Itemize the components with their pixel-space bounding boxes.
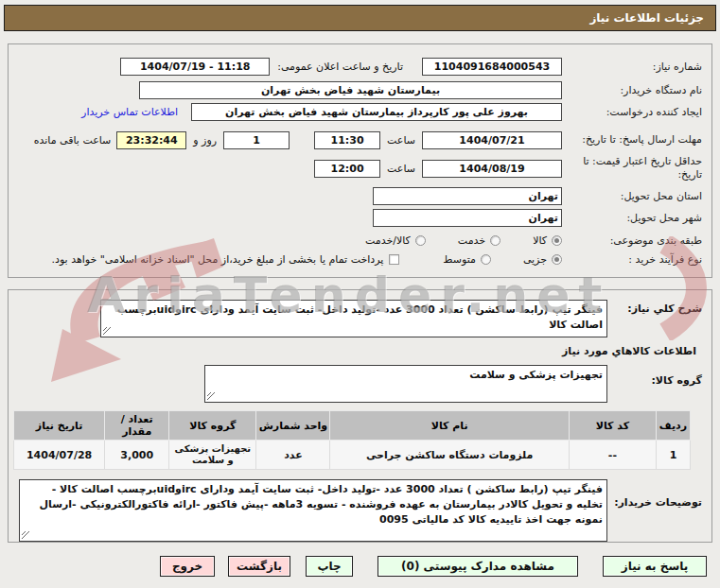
deadline-label: مهلت ارسال پاسخ: تا تاریخ: (562, 133, 702, 147)
page-title: جزئیات اطلاعات نیاز (589, 11, 704, 25)
need-description-label: شرح کلي نیاز: (607, 300, 702, 316)
goods-group-box[interactable]: تجهیزات پزشکی و سلامت (204, 365, 607, 403)
exit-button[interactable]: خروج (160, 556, 215, 577)
price-validity-row: حداقل تاریخ اعتبار قیمت: تا تاریخ: 1404/… (18, 155, 702, 182)
buyer-org-field[interactable]: بیمارستان شهید فیاض بخش تهران (139, 81, 562, 99)
subject-class-label: طبقه بندی موضوعی: (562, 234, 702, 248)
resize-handle-icon[interactable] (102, 326, 112, 336)
radio-goods-service-label: کالا/خدمت (365, 234, 411, 247)
goods-group-row: گروه کالا: تجهیزات پزشکی و سلامت (18, 365, 702, 403)
price-validity-label: حداقل تاریخ اعتبار قیمت: تا تاریخ: (562, 155, 702, 182)
buyer-notes-text: فینگر تیپ (رابط ساکشن ) تعداد 3000 عدد -… (40, 483, 603, 526)
col-unit: واحد شمارش (256, 411, 330, 441)
deadline-date-field[interactable]: 1404/07/21 (422, 131, 562, 149)
treasury-checkbox[interactable] (389, 254, 399, 265)
cell-need-date: 1404/07/28 (14, 441, 105, 470)
treasury-option: پرداخت تمام یا بخشی از مبلغ خرید،از محل … (52, 253, 400, 266)
goods-group-label: گروه کالا: (607, 365, 702, 388)
resize-handle-icon[interactable] (206, 391, 216, 401)
requester-field[interactable]: بهروز علی پور کارپرداز بیمارستان شهید فی… (191, 103, 562, 121)
province-label: استان محل تحویل: (562, 190, 702, 203)
radio-medium-icon[interactable] (481, 254, 491, 265)
process-type-label: نوع فرآیند خرید : (562, 253, 702, 267)
cell-quantity: 3,000 (105, 441, 169, 470)
window-title-bar: جزئیات اطلاعات نیاز (4, 5, 716, 31)
need-number-row: شماره نیاز: 1104091684000543 تاریخ و ساع… (18, 58, 702, 76)
buyer-notes-row: توضیحات خریدار: فینگر تیپ (رابط ساکشن ) … (18, 479, 702, 542)
goods-table: ردیف کد کالا نام کالا واحد شمارش گروه کا… (13, 410, 691, 470)
announce-datetime-label: تاریخ و ساعت اعلان عمومی: (277, 61, 403, 73)
radio-service-label: خدمت (458, 234, 485, 247)
radio-minor-label: جزیی (523, 253, 547, 266)
back-button[interactable]: بازگشت (228, 556, 290, 577)
radio-goods-icon[interactable] (552, 235, 562, 246)
radio-service[interactable]: خدمت (458, 234, 500, 247)
radio-medium-label: متوسط (443, 253, 476, 266)
cell-group: تجهیزات پزشکی و سلامت (169, 441, 256, 470)
deadline-time-field[interactable]: 11:30 (314, 131, 380, 149)
countdown-label: ساعت باقی مانده (34, 134, 112, 147)
footer-button-bar: پاسخ به نیاز مشاهده مدارک پیوستی (0) چاپ… (0, 556, 707, 577)
buyer-org-label: نام دستگاه خریدار: (562, 84, 702, 97)
col-need-date: تاریخ نیاز (14, 411, 105, 441)
city-row: شهر محل تحویل: تهران (18, 209, 702, 227)
price-validity-hour-label: ساعت (387, 163, 415, 175)
requester-row: ایجاد کننده درخواست: بهروز علی پور کارپر… (18, 103, 702, 121)
goods-panel: شرح کلي نیاز: فینگر تیپ (رابط ساکشن ) تع… (8, 289, 712, 543)
process-type-row: نوع فرآیند خرید : جزیی متوسط پرداخت تمام… (18, 253, 702, 267)
cell-item-name: ملزومات دستگاه ساکشن جراحی (330, 441, 569, 470)
need-description-box[interactable]: فینگر تیپ (رابط ساکشن ) تعداد 3000 عدد -… (100, 300, 607, 337)
radio-goods[interactable]: کالا (533, 234, 562, 247)
need-number-label: شماره نیاز: (562, 61, 702, 74)
days-remaining-label: روز و (193, 134, 217, 147)
attachments-button[interactable]: مشاهده مدارک پیوستی (0) (378, 556, 578, 577)
buyer-org-row: نام دستگاه خریدار: بیمارستان شهید فیاض ب… (18, 81, 702, 99)
cell-unit: عدد (256, 441, 330, 470)
radio-goods-label: کالا (533, 234, 547, 247)
col-item-code: کد کالا (569, 411, 656, 441)
buyer-notes-box[interactable]: فینگر تیپ (رابط ساکشن ) تعداد 3000 عدد -… (19, 479, 607, 542)
treasury-checkbox-label: پرداخت تمام یا بخشی از مبلغ خرید،از محل … (52, 253, 384, 266)
goods-table-row: 1 -- ملزومات دستگاه ساکشن جراحی عدد تجهی… (14, 441, 691, 470)
info-panel: شماره نیاز: 1104091684000543 تاریخ و ساع… (8, 43, 712, 278)
days-remaining-field[interactable]: 1 (223, 131, 290, 149)
radio-medium[interactable]: متوسط (443, 253, 491, 266)
deadline-hour-label: ساعت (387, 134, 415, 147)
respond-button[interactable]: پاسخ به نیاز (603, 556, 707, 577)
radio-goods-service-icon[interactable] (415, 235, 426, 246)
col-row-number: ردیف (656, 411, 690, 441)
countdown-field: 23:32:44 (116, 131, 186, 149)
need-number-field[interactable]: 1104091684000543 (422, 58, 562, 76)
province-field[interactable]: تهران (373, 187, 562, 205)
radio-minor[interactable]: جزیی (523, 253, 562, 266)
radio-minor-icon[interactable] (552, 254, 562, 265)
col-quantity: تعداد / مقدار (105, 411, 169, 441)
deadline-row: مهلت ارسال پاسخ: تا تاریخ: 1404/07/21 سا… (18, 127, 702, 153)
goods-group-text: تجهیزات پزشکی و سلامت (469, 369, 603, 381)
radio-service-icon[interactable] (490, 235, 500, 246)
cell-row-number: 1 (656, 441, 690, 470)
goods-heading: اطلاعات کالاهاي مورد نیاز (18, 345, 696, 357)
cell-item-code: -- (569, 441, 656, 470)
price-validity-date-field[interactable]: 1404/08/19 (422, 160, 562, 178)
city-field[interactable]: تهران (373, 209, 562, 227)
need-description-row: شرح کلي نیاز: فینگر تیپ (رابط ساکشن ) تع… (18, 300, 702, 337)
radio-goods-service[interactable]: کالا/خدمت (365, 234, 426, 247)
buyer-contact-link[interactable]: اطلاعات تماس خریدار (81, 106, 178, 118)
page: { "colors": { "header_brown": "#8a6e44",… (0, 0, 720, 588)
print-button[interactable]: چاپ (306, 556, 353, 577)
goods-table-header-row: ردیف کد کالا نام کالا واحد شمارش گروه کا… (14, 411, 691, 441)
col-item-name: نام کالا (330, 411, 569, 441)
province-row: استان محل تحویل: تهران (18, 187, 702, 205)
announce-datetime-field[interactable]: 1404/07/19 - 11:18 (120, 58, 270, 76)
col-group: گروه کالا (169, 411, 256, 441)
buyer-notes-label: توضیحات خریدار: (607, 479, 702, 510)
resize-handle-icon[interactable] (21, 530, 30, 540)
need-description-text: فینگر تیپ (رابط ساکشن ) تعداد 3000 عدد -… (117, 303, 603, 331)
subject-class-row: طبقه بندی موضوعی: کالا خدمت کالا/خدمت (18, 234, 702, 248)
requester-label: ایجاد کننده درخواست: (562, 106, 702, 119)
city-label: شهر محل تحویل: (562, 212, 702, 225)
price-validity-time-field[interactable]: 12:00 (314, 160, 380, 178)
